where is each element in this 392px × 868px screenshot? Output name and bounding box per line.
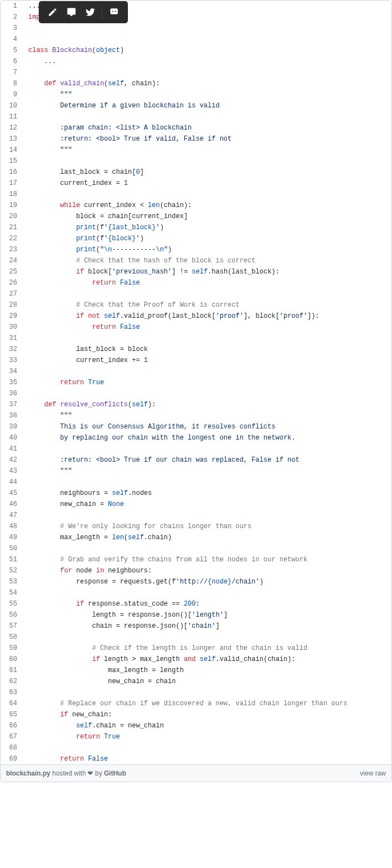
- line-number[interactable]: 38: [1, 410, 23, 421]
- line-code[interactable]: # Check if the length is longer and the …: [23, 643, 391, 654]
- line-number[interactable]: 16: [1, 167, 23, 178]
- line-number[interactable]: 64: [1, 698, 23, 709]
- view-raw-link[interactable]: view raw: [360, 769, 386, 777]
- line-number[interactable]: 19: [1, 200, 23, 211]
- line-number[interactable]: 69: [1, 753, 23, 764]
- line-number[interactable]: 49: [1, 532, 23, 543]
- line-number[interactable]: 10: [1, 100, 23, 111]
- line-number[interactable]: 41: [1, 443, 23, 454]
- line-number[interactable]: 40: [1, 432, 23, 443]
- line-number[interactable]: 7: [1, 67, 23, 78]
- line-code[interactable]: print("\n-----------\n"): [23, 244, 391, 255]
- line-number[interactable]: 54: [1, 587, 23, 598]
- line-code[interactable]: response = requests.get(f'http://{node}/…: [23, 576, 391, 587]
- comment-button[interactable]: [62, 1, 81, 23]
- line-code[interactable]: return True: [23, 731, 391, 742]
- feedback-button[interactable]: [105, 1, 123, 23]
- line-number[interactable]: 34: [1, 366, 23, 377]
- line-code[interactable]: class Blockchain(object): [23, 45, 391, 56]
- line-code[interactable]: [23, 34, 391, 45]
- line-code[interactable]: [23, 67, 391, 78]
- line-code[interactable]: if block['previous_hash'] != self.hash(l…: [23, 266, 391, 277]
- line-code[interactable]: length = response.json()['length']: [23, 609, 391, 621]
- line-code[interactable]: # Grab and verify the chains from all th…: [23, 554, 391, 565]
- line-number[interactable]: 37: [1, 399, 23, 410]
- line-number[interactable]: 2: [1, 12, 23, 23]
- line-number[interactable]: 51: [1, 554, 23, 565]
- line-code[interactable]: [23, 156, 391, 167]
- line-code[interactable]: This is our Consensus Algorithm, it reso…: [23, 421, 391, 432]
- line-code[interactable]: :return: <bool> True if our chain was re…: [23, 454, 391, 466]
- line-code[interactable]: ...: [23, 56, 391, 67]
- line-code[interactable]: for node in neighbours:: [23, 565, 391, 576]
- line-code[interactable]: [23, 111, 391, 122]
- line-number[interactable]: 58: [1, 632, 23, 643]
- line-code[interactable]: self.chain = new_chain: [23, 720, 391, 731]
- line-code[interactable]: [23, 632, 391, 643]
- line-number[interactable]: 12: [1, 122, 23, 133]
- line-number[interactable]: 46: [1, 499, 23, 510]
- line-number[interactable]: 57: [1, 621, 23, 632]
- line-code[interactable]: block = chain[current_index]: [23, 211, 391, 222]
- line-number[interactable]: 48: [1, 521, 23, 532]
- line-code[interactable]: if response.status_code == 200:: [23, 598, 391, 609]
- line-code[interactable]: # Check that the Proof of Work is correc…: [23, 299, 391, 311]
- line-code[interactable]: [23, 366, 391, 377]
- line-code[interactable]: last_block = chain[0]: [23, 167, 391, 178]
- line-number[interactable]: 33: [1, 355, 23, 366]
- line-number[interactable]: 18: [1, 189, 23, 200]
- line-code[interactable]: current_index = 1: [23, 178, 391, 189]
- line-code[interactable]: :param chain: <list> A blockchain: [23, 122, 391, 133]
- line-code[interactable]: if length > max_length and self.valid_ch…: [23, 654, 391, 665]
- line-number[interactable]: 53: [1, 576, 23, 587]
- line-number[interactable]: 3: [1, 23, 23, 34]
- line-code[interactable]: print(f'{last_block}'): [23, 222, 391, 233]
- line-number[interactable]: 45: [1, 488, 23, 499]
- line-code[interactable]: return False: [23, 322, 391, 333]
- line-number[interactable]: 29: [1, 311, 23, 322]
- line-code[interactable]: new_chain = chain: [23, 676, 391, 687]
- line-code[interactable]: return False: [23, 277, 391, 288]
- line-number[interactable]: 8: [1, 78, 23, 89]
- line-code[interactable]: last_block = block: [23, 344, 391, 355]
- line-number[interactable]: 55: [1, 598, 23, 609]
- line-number[interactable]: 42: [1, 454, 23, 466]
- line-number[interactable]: 68: [1, 742, 23, 753]
- line-number[interactable]: 20: [1, 211, 23, 222]
- line-code[interactable]: # We're only looking for chains longer t…: [23, 521, 391, 532]
- line-code[interactable]: [23, 742, 391, 753]
- line-number[interactable]: 56: [1, 609, 23, 621]
- line-code[interactable]: """: [23, 144, 391, 156]
- line-code[interactable]: return True: [23, 377, 391, 388]
- line-number[interactable]: 31: [1, 333, 23, 344]
- line-number[interactable]: 59: [1, 643, 23, 654]
- line-code[interactable]: [23, 477, 391, 488]
- line-code[interactable]: [23, 687, 391, 698]
- line-number[interactable]: 67: [1, 731, 23, 742]
- line-code[interactable]: chain = response.json()['chain']: [23, 621, 391, 632]
- line-code[interactable]: return False: [23, 753, 391, 764]
- line-code[interactable]: by replacing our chain with the longest …: [23, 432, 391, 443]
- line-number[interactable]: 14: [1, 144, 23, 156]
- twitter-button[interactable]: [81, 1, 100, 23]
- line-number[interactable]: 4: [1, 34, 23, 45]
- line-number[interactable]: 28: [1, 299, 23, 311]
- github-link[interactable]: GitHub: [104, 769, 126, 777]
- line-number[interactable]: 27: [1, 288, 23, 299]
- line-number[interactable]: 39: [1, 421, 23, 432]
- edit-button[interactable]: [43, 1, 62, 23]
- line-number[interactable]: 25: [1, 266, 23, 277]
- line-code[interactable]: [23, 443, 391, 454]
- line-code[interactable]: while current_index < len(chain):: [23, 200, 391, 211]
- line-code[interactable]: [23, 388, 391, 399]
- line-number[interactable]: 62: [1, 676, 23, 687]
- line-code[interactable]: neighbours = self.nodes: [23, 488, 391, 499]
- filename-link[interactable]: blockchain.py: [6, 769, 50, 777]
- line-code[interactable]: def resolve_conflicts(self):: [23, 399, 391, 410]
- line-code[interactable]: [23, 510, 391, 521]
- line-number[interactable]: 26: [1, 277, 23, 288]
- line-number[interactable]: 50: [1, 543, 23, 554]
- line-number[interactable]: 15: [1, 156, 23, 167]
- line-code[interactable]: """: [23, 466, 391, 477]
- line-number[interactable]: 1: [1, 1, 23, 12]
